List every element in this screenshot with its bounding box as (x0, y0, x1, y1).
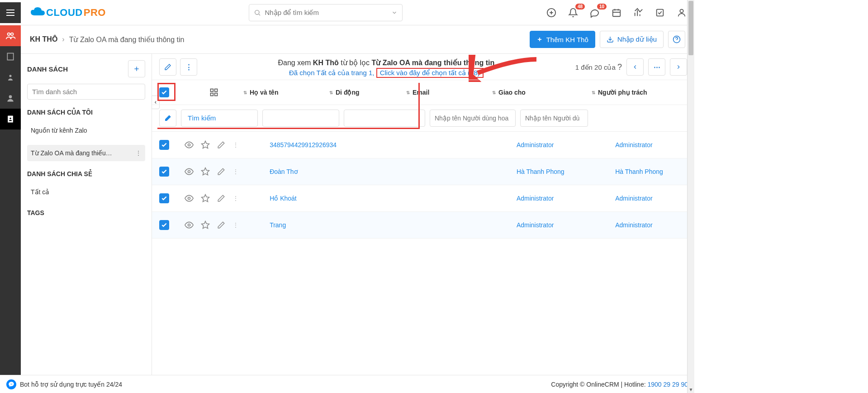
prev-page-button[interactable] (626, 58, 644, 76)
table-row[interactable]: ⋮ 3485794429912926934 Administrator Admi… (152, 132, 694, 158)
eye-icon[interactable] (185, 140, 194, 149)
rail-person[interactable] (0, 88, 21, 109)
eye-icon[interactable] (185, 167, 194, 176)
chevron-down-icon[interactable] (391, 10, 398, 16)
row-checkbox[interactable] (159, 193, 169, 203)
table-row[interactable]: ⋮ Trang Administrator Administrator (152, 212, 694, 239)
pencil-icon[interactable] (217, 141, 225, 149)
add-icon[interactable] (546, 7, 557, 18)
table-row[interactable]: ⋮ Hồ Khoát Administrator Administrator (152, 185, 694, 212)
plus-icon (536, 36, 543, 43)
chat-icon[interactable]: 10 (589, 7, 600, 18)
row-owner[interactable]: Hà Thanh Phong (615, 168, 663, 175)
star-icon[interactable] (201, 220, 210, 230)
rail-contacts[interactable] (0, 67, 21, 88)
search-filter-button[interactable]: Tìm kiếm (181, 110, 258, 127)
sidebar-search[interactable] (27, 84, 145, 100)
filter-owner[interactable] (520, 110, 588, 127)
col-email[interactable]: ⇅Email (406, 89, 492, 96)
row-name[interactable]: Hồ Khoát (270, 195, 297, 202)
row-assigned[interactable]: Administrator (517, 195, 554, 202)
row-assigned[interactable]: Administrator (517, 141, 554, 149)
filter-assigned[interactable] (430, 110, 516, 127)
pencil-icon[interactable] (217, 221, 225, 229)
row-name[interactable]: Trang (270, 221, 286, 229)
sidebar-item[interactable]: Từ Zalo OA mà đang thiếu…⋮ (27, 145, 145, 161)
select-all-checkbox[interactable] (159, 87, 169, 97)
pencil-icon[interactable] (217, 168, 225, 176)
bell-icon[interactable]: 48 (568, 7, 579, 18)
star-icon[interactable] (201, 194, 210, 203)
breadcrumb-module[interactable]: KH THÔ (30, 35, 57, 43)
search-icon (254, 9, 261, 16)
logo[interactable]: CLOUDPRO (30, 6, 106, 19)
sidebar-item[interactable]: Tất cả (27, 184, 145, 200)
user-icon[interactable] (676, 7, 687, 18)
col-assigned[interactable]: ⇅Giao cho (492, 89, 592, 96)
rail-contact-book[interactable] (0, 109, 21, 129)
star-icon[interactable] (201, 167, 210, 176)
filter-email[interactable] (344, 110, 425, 127)
row-more-icon[interactable]: ⋮ (232, 195, 239, 202)
global-search-input[interactable] (265, 9, 388, 16)
svg-rect-8 (613, 10, 621, 16)
rail-buildings[interactable] (0, 46, 21, 67)
breadcrumb: KH THÔ › Từ Zalo OA mà đang thiếu thông … (30, 35, 184, 44)
calendar-icon[interactable] (611, 7, 622, 18)
row-owner[interactable]: Administrator (615, 141, 652, 149)
row-owner[interactable]: Administrator (615, 221, 652, 229)
row-checkbox[interactable] (159, 140, 169, 150)
breadcrumb-row: KH THÔ › Từ Zalo OA mà đang thiếu thông … (21, 25, 694, 53)
col-owner[interactable]: ⇅Người phụ trách (592, 89, 664, 96)
messenger-icon[interactable] (6, 379, 16, 389)
filter-phone[interactable] (262, 110, 339, 127)
svg-rect-19 (7, 53, 13, 60)
more-actions-button[interactable]: ⋮ (180, 58, 197, 76)
row-owner[interactable]: Administrator (615, 195, 652, 202)
tasks-icon[interactable] (655, 7, 665, 18)
table-row[interactable]: ⋮ Đoàn Thơ Hà Thanh Phong Hà Thanh Phong (152, 158, 694, 185)
add-record-button[interactable]: Thêm KH Thô (530, 31, 595, 48)
global-search[interactable] (249, 4, 403, 21)
row-name[interactable]: 3485794429912926934 (270, 141, 337, 149)
svg-marker-40 (201, 141, 209, 149)
row-checkbox[interactable] (159, 220, 169, 230)
help-button[interactable] (668, 31, 685, 48)
row-assigned[interactable]: Hà Thanh Phong (517, 168, 564, 175)
row-more-icon[interactable]: ⋮ (232, 221, 239, 229)
download-icon (607, 36, 614, 43)
svg-point-43 (188, 197, 190, 200)
star-icon[interactable] (201, 140, 210, 149)
pencil-icon[interactable] (217, 194, 225, 202)
row-name[interactable]: Đoàn Thơ (270, 168, 298, 175)
svg-point-24 (9, 75, 12, 77)
row-more-icon[interactable]: ⋮ (232, 141, 239, 149)
more-icon[interactable]: ⋮ (135, 149, 142, 157)
add-list-button[interactable] (128, 60, 145, 77)
viewing-text: Đang xem KH Thô từ bộ lọc Từ Zalo OA mà … (202, 58, 571, 67)
rail-targets[interactable] (0, 25, 21, 46)
page-options-button[interactable]: ⋯ (648, 58, 665, 76)
row-more-icon[interactable]: ⋮ (232, 168, 239, 175)
import-button[interactable]: Nhập dữ liệu (600, 31, 664, 48)
reports-icon[interactable] (633, 7, 644, 18)
grid-icon[interactable] (209, 88, 218, 97)
sidebar-section-tags: TAGS (27, 209, 145, 216)
col-name[interactable]: ⇅Họ và tên (243, 89, 329, 96)
next-page-button[interactable] (670, 58, 687, 76)
sidebar-item[interactable]: Nguồn từ kênh Zalo (27, 122, 145, 139)
hamburger-menu[interactable] (0, 2, 21, 23)
svg-line-4 (259, 14, 261, 15)
edit-columns-button[interactable] (159, 58, 176, 76)
help-icon (673, 35, 681, 43)
scrollbar-thumb[interactable] (688, 1, 693, 55)
col-phone[interactable]: ⇅Di động (329, 89, 406, 96)
clear-filter-button[interactable] (159, 110, 176, 127)
hotline-link[interactable]: 1900 29 29 90 (647, 381, 688, 388)
select-all-link[interactable]: Click vào đây để chọn tất cả (68) (379, 68, 481, 77)
eye-icon[interactable] (185, 220, 194, 230)
eye-icon[interactable] (185, 194, 194, 203)
row-checkbox[interactable] (159, 167, 169, 177)
row-assigned[interactable]: Administrator (517, 221, 554, 229)
browser-scrollbar[interactable]: ▲ ▼ (687, 0, 694, 393)
